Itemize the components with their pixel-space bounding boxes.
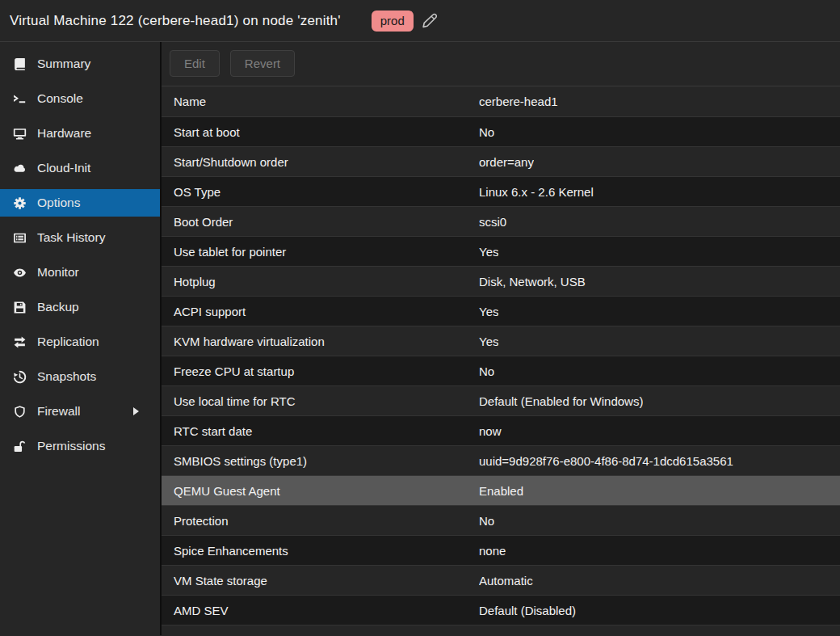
- table-row-rtc-start-date[interactable]: RTC start date now: [162, 415, 840, 445]
- sidebar-item-hardware[interactable]: Hardware: [0, 120, 160, 147]
- row-value: uuid=9d928f76-e800-4f86-8d74-1dcd615a356…: [479, 454, 733, 468]
- row-value: Yes: [479, 305, 498, 318]
- sidebar-item-console[interactable]: Console: [0, 85, 160, 112]
- table-row-os-type[interactable]: OS Type Linux 6.x - 2.6 Kernel: [162, 176, 840, 206]
- sidebar-item-task-history[interactable]: Task History: [0, 224, 160, 251]
- sidebar-item-options[interactable]: Options: [0, 189, 160, 217]
- sidebar-item-label: Replication: [37, 335, 99, 349]
- pencil-icon: [422, 13, 437, 28]
- sidebar-item-label: Monitor: [37, 265, 79, 280]
- row-label: VM State storage: [162, 574, 479, 588]
- row-label: QEMU Guest Agent: [162, 484, 479, 498]
- row-label: Start at boot: [162, 125, 479, 139]
- shield-icon: [10, 404, 28, 419]
- vm-header: Virtual Machine 122 (cerbere-head1) on n…: [0, 0, 840, 42]
- row-label: Use tablet for pointer: [162, 245, 479, 259]
- revert-button[interactable]: Revert: [230, 50, 295, 77]
- table-row-freeze-cpu[interactable]: Freeze CPU at startup No: [162, 356, 840, 385]
- table-row-name[interactable]: Name cerbere-head1: [162, 86, 840, 116]
- sidebar-item-label: Firewall: [37, 404, 80, 419]
- table-row-vm-state-storage[interactable]: VM State storage Automatic: [162, 565, 840, 595]
- sidebar-item-label: Snapshots: [37, 369, 96, 384]
- cloud-icon: [10, 161, 28, 175]
- row-label: AMD SEV: [162, 604, 479, 617]
- row-value: scsi0: [479, 215, 506, 229]
- sidebar-item-label: Summary: [37, 57, 90, 71]
- table-row-acpi[interactable]: ACPI support Yes: [162, 296, 840, 326]
- options-panel: Edit Revert Name cerbere-head1 Start at …: [162, 42, 840, 635]
- sidebar-item-monitor[interactable]: Monitor: [0, 259, 160, 286]
- row-value: No: [479, 125, 494, 139]
- grid-footer: [162, 625, 840, 635]
- row-label: Boot Order: [162, 215, 479, 229]
- row-label: Use local time for RTC: [162, 394, 479, 408]
- table-row-kvm[interactable]: KVM hardware virtualization Yes: [162, 326, 840, 356]
- table-row-use-tablet[interactable]: Use tablet for pointer Yes: [162, 236, 840, 266]
- row-value: Linux 6.x - 2.6 Kernel: [479, 185, 594, 199]
- row-label: Spice Enhancements: [162, 544, 479, 558]
- sidebar-item-label: Console: [37, 91, 83, 106]
- table-row-amd-sev[interactable]: AMD SEV Default (Disabled): [162, 595, 840, 625]
- vm-layout: Summary Console Hardware Cloud-Init: [0, 42, 840, 635]
- row-label: KVM hardware virtualization: [162, 335, 479, 348]
- row-value: Default (Disabled): [479, 604, 576, 617]
- table-row-smbios[interactable]: SMBIOS settings (type1) uuid=9d928f76-e8…: [162, 445, 840, 475]
- row-label: SMBIOS settings (type1): [162, 454, 479, 468]
- row-label: Start/Shutdown order: [162, 155, 479, 169]
- table-row-localtime-rtc[interactable]: Use local time for RTC Default (Enabled …: [162, 385, 840, 415]
- sidebar-item-label: Hardware: [37, 126, 91, 141]
- sidebar-item-label: Options: [37, 196, 80, 210]
- sidebar-item-cloud-init[interactable]: Cloud-Init: [0, 154, 160, 182]
- replication-arrows-icon: [10, 335, 28, 349]
- sidebar-item-summary[interactable]: Summary: [0, 50, 160, 78]
- history-icon: [10, 369, 28, 384]
- table-row-protection[interactable]: Protection No: [162, 505, 840, 535]
- row-value: Automatic: [479, 574, 533, 588]
- page-title: Virtual Machine 122 (cerbere-head1) on n…: [10, 13, 341, 29]
- row-label: OS Type: [162, 185, 479, 199]
- row-value: No: [479, 514, 494, 528]
- list-icon: [10, 230, 28, 245]
- options-grid: Name cerbere-head1 Start at boot No Star…: [162, 86, 840, 625]
- sidebar-item-firewall[interactable]: Firewall: [0, 398, 160, 425]
- sidebar-item-label: Task History: [37, 230, 105, 245]
- sidebar-item-permissions[interactable]: Permissions: [0, 432, 160, 460]
- sidebar-item-label: Permissions: [37, 439, 105, 453]
- row-label: Protection: [162, 514, 479, 528]
- edit-button[interactable]: Edit: [170, 50, 220, 77]
- row-value: Enabled: [479, 484, 523, 498]
- sidebar-item-backup[interactable]: Backup: [0, 293, 160, 321]
- row-label: RTC start date: [162, 424, 479, 438]
- sidebar-item-replication[interactable]: Replication: [0, 328, 160, 356]
- row-label: Freeze CPU at startup: [162, 364, 479, 378]
- monitor-icon: [10, 126, 28, 141]
- row-value: order=any: [479, 155, 534, 169]
- book-icon: [10, 57, 28, 71]
- options-toolbar: Edit Revert: [162, 42, 840, 86]
- edit-tags-button[interactable]: [422, 13, 437, 28]
- table-row-spice[interactable]: Spice Enhancements none: [162, 535, 840, 565]
- row-value: Yes: [479, 335, 498, 348]
- row-value: now: [479, 424, 502, 438]
- sidebar-item-label: Backup: [37, 300, 79, 314]
- row-label: Name: [162, 95, 479, 108]
- row-value: No: [479, 364, 494, 378]
- row-label: Hotplug: [162, 275, 479, 289]
- table-row-qemu-guest-agent[interactable]: QEMU Guest Agent Enabled: [162, 475, 840, 505]
- vm-sidebar: Summary Console Hardware Cloud-Init: [0, 42, 162, 635]
- gear-icon: [10, 196, 28, 210]
- table-row-startshutdown-order[interactable]: Start/Shutdown order order=any: [162, 146, 840, 176]
- row-value: Default (Enabled for Windows): [479, 394, 643, 408]
- row-value: Yes: [479, 245, 498, 259]
- table-row-hotplug[interactable]: Hotplug Disk, Network, USB: [162, 266, 840, 296]
- table-row-start-at-boot[interactable]: Start at boot No: [162, 116, 840, 146]
- eye-icon: [10, 265, 28, 280]
- vm-tag-badge: prod: [372, 11, 414, 32]
- floppy-icon: [10, 300, 28, 314]
- sidebar-item-snapshots[interactable]: Snapshots: [0, 363, 160, 390]
- row-value: none: [479, 544, 506, 558]
- table-row-boot-order[interactable]: Boot Order scsi0: [162, 206, 840, 236]
- chevron-right-icon: [133, 407, 139, 415]
- terminal-icon: [10, 91, 28, 106]
- row-value: Disk, Network, USB: [479, 275, 586, 289]
